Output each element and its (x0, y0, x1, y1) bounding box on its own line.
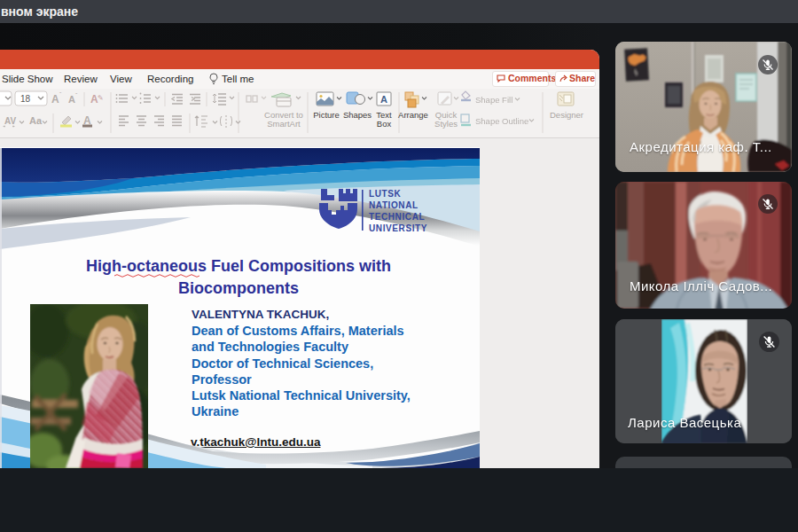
svg-text:AV: AV (4, 116, 16, 126)
svg-text:Picture: Picture (313, 110, 340, 120)
svg-text:Shape Fill: Shape Fill (475, 95, 512, 105)
svg-text:NATIONAL: NATIONAL (369, 200, 419, 210)
svg-text:SmartArt: SmartArt (267, 119, 301, 129)
svg-text:Styles: Styles (434, 119, 458, 129)
svg-text:ˇ: ˇ (75, 92, 78, 98)
svg-text:Shape Outline: Shape Outline (475, 116, 528, 126)
svg-text:✎: ✎ (98, 94, 104, 102)
svg-text:18: 18 (20, 94, 31, 104)
svg-text:Aa: Aa (29, 115, 43, 126)
svg-text:ˆ: ˆ (59, 91, 62, 98)
svg-text:Box: Box (377, 119, 392, 129)
svg-text:Arrange: Arrange (398, 110, 428, 120)
svg-text:TECHNICAL: TECHNICAL (369, 212, 425, 222)
svg-text:Shapes: Shapes (343, 110, 372, 120)
svg-text:Designer: Designer (550, 110, 583, 120)
svg-text:A: A (68, 94, 75, 105)
svg-text:A: A (51, 93, 59, 106)
svg-text:UNIVERSITY: UNIVERSITY (369, 223, 427, 233)
svg-text:LUTSK: LUTSK (369, 189, 402, 199)
svg-text:A: A (380, 94, 387, 105)
